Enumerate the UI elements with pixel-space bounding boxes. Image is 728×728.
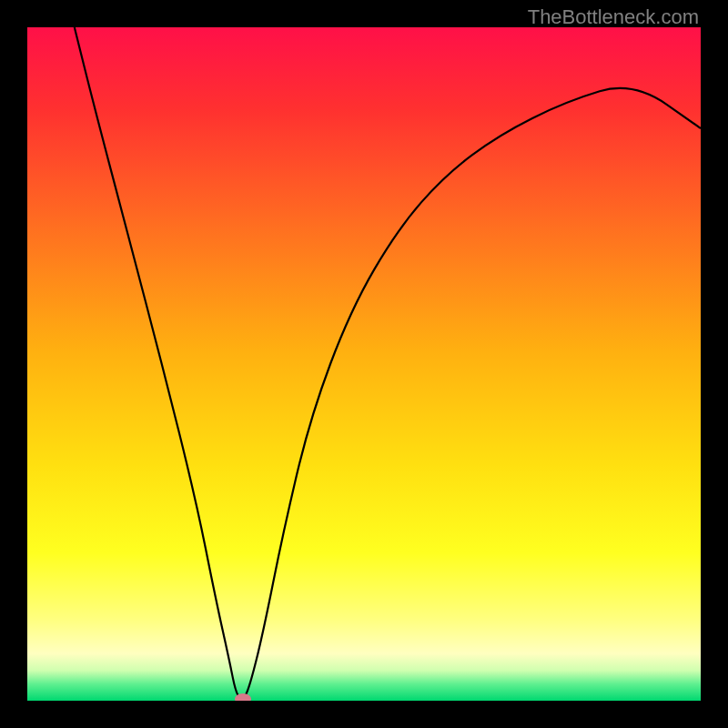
bottleneck-curve [27,27,701,701]
minimum-marker [235,693,251,701]
chart-frame: TheBottleneck.com [0,0,728,728]
plot-area [27,27,701,701]
watermark-text: TheBottleneck.com [528,5,699,29]
